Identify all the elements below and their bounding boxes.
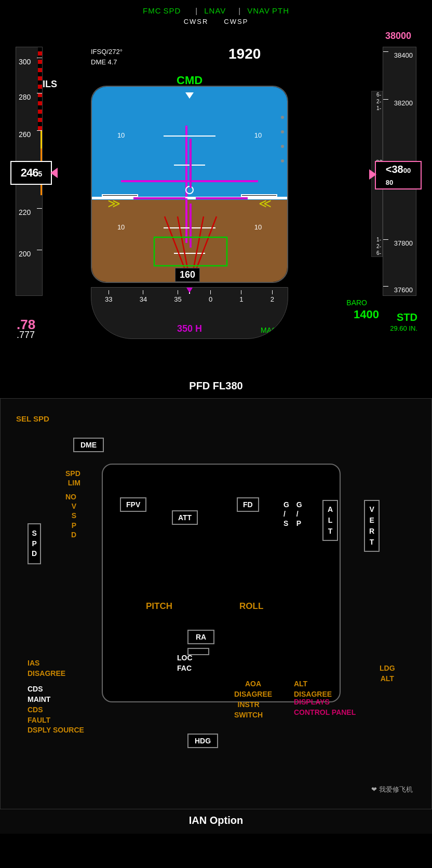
- speed-tick-260: [37, 130, 42, 131]
- alt-button[interactable]: A L T: [322, 500, 338, 541]
- center-airspeed: 1920: [228, 46, 261, 62]
- sep1: |: [195, 6, 198, 15]
- sep2: |: [238, 6, 241, 15]
- baro-label: BARO: [346, 299, 367, 307]
- loc-fac-label: LOC FAC: [177, 653, 193, 673]
- current-speed-value: 2465: [21, 166, 42, 180]
- runway-svg: [92, 87, 287, 282]
- fd-button[interactable]: FD: [237, 497, 259, 512]
- cws-bar: CWSR CWSP: [0, 18, 432, 25]
- alt-tick-4: [383, 286, 388, 287]
- current-speed-box: 2465: [10, 161, 52, 185]
- heading-current: 350 H: [177, 323, 202, 334]
- speed-200: 200: [19, 250, 31, 258]
- pth-mode: PTH: [272, 6, 289, 15]
- hdg-35: 35: [174, 290, 181, 303]
- hdg-34: 34: [140, 290, 147, 303]
- ifs-info: IFSQ/272° DME 4.7: [91, 47, 123, 67]
- ian-content: SEL SPD DME SPD LIM NO V S P D S P D FPV…: [11, 409, 421, 798]
- watermark: ❤ 我爱修飞机: [371, 785, 413, 794]
- alt-38200: 38200: [394, 99, 413, 107]
- dme-value: DME 4.7: [91, 57, 123, 67]
- speed-tick-200: [37, 250, 42, 250]
- ian-title: IAN Option: [0, 809, 432, 834]
- spd-lim-label: SPD LIM: [65, 469, 80, 487]
- heading-mag: MAG: [261, 326, 277, 334]
- alt-disagree-label: ALT DISAGREE: [294, 679, 332, 699]
- pitch-readout: 160: [175, 268, 200, 282]
- speed-tick-300: [37, 58, 42, 58]
- sel-spd-label: SEL SPD: [16, 414, 49, 423]
- cwsr-label: CWSR: [184, 18, 209, 25]
- hdg-0: 0: [209, 290, 212, 303]
- cds-fault-label: CDS FAULT: [28, 705, 50, 725]
- spd-box-left[interactable]: S P D: [28, 523, 41, 564]
- spd-mode: SPD: [164, 6, 181, 15]
- cwsp-label: CWSP: [224, 18, 248, 25]
- current-altitude-box: <380080: [375, 161, 422, 189]
- ldg-alt-label: LDG ALT: [380, 663, 395, 684]
- speed-red-overspeed: [38, 47, 42, 130]
- alt-tick-3: [383, 239, 388, 240]
- ias-disagree-label: IAS DISAGREE: [28, 658, 65, 679]
- current-altitude-value: <380080: [386, 164, 411, 187]
- heading-indicator: 33 34 35 0 1 2 350 H: [91, 287, 288, 339]
- aoa-disagree-label: AOA DISAGREE: [234, 679, 272, 699]
- att-button[interactable]: ATT: [172, 510, 198, 525]
- std-value: 29.60 IN.: [390, 324, 417, 332]
- vs-bot-labels: 1- 2- 6-: [372, 236, 382, 256]
- speed-arrow: [50, 168, 58, 178]
- fmc-mode: FMC: [143, 6, 161, 15]
- gs-label: G / S G / P: [284, 500, 302, 528]
- vs-top-labels: 6- 2- 1-: [372, 91, 382, 112]
- speed-280: 280: [19, 93, 31, 101]
- fpv-button[interactable]: FPV: [120, 497, 146, 512]
- alt-tick-1: [383, 51, 388, 52]
- alt-tick-2: [383, 99, 388, 100]
- altitude-selected-display: 38000: [385, 26, 411, 43]
- heading-triangle: [186, 288, 193, 293]
- ils-label: ILS: [43, 79, 57, 90]
- mach2-display: .777: [17, 330, 35, 341]
- instr-switch-label: INSTR SWITCH: [234, 700, 263, 720]
- lnav-mode: LNAV: [204, 6, 226, 15]
- altitude-arrow: [369, 169, 376, 180]
- alt-37600: 37600: [394, 286, 413, 294]
- alt-38400: 38400: [394, 51, 413, 59]
- speed-300: 300: [19, 58, 31, 66]
- ra-button[interactable]: RA: [187, 630, 214, 644]
- roll-label-ian: ROLL: [239, 601, 263, 612]
- speed-yellow-bar: [40, 130, 42, 151]
- no-vspd-label: NO V S P D: [65, 492, 76, 539]
- alt-37800: 37800: [394, 239, 413, 247]
- dme-button[interactable]: DME: [73, 438, 104, 452]
- std-label: STD: [397, 311, 417, 323]
- pitch-label-ian: PITCH: [146, 601, 172, 612]
- displays-control-panel-label: DISPLAYS CONTROL PANEL: [294, 697, 356, 717]
- speed-220: 220: [19, 208, 31, 216]
- hdg-button[interactable]: HDG: [187, 734, 218, 748]
- hdg-2: 2: [271, 290, 274, 303]
- ifs-value: IFSQ/272°: [91, 47, 123, 57]
- ian-display: SEL SPD DME SPD LIM NO V S P D S P D FPV…: [0, 398, 432, 809]
- speed-tick-280: [37, 93, 42, 93]
- speed-260: 260: [19, 130, 31, 139]
- attitude-indicator: 10 10 10 10 ≫ ≪: [91, 86, 288, 283]
- pfd-title: PFD FL380: [0, 374, 432, 398]
- cds-maint-label: CDS MAINT: [28, 684, 50, 704]
- vnav-mode: VNAV: [247, 6, 270, 15]
- vert-button[interactable]: V E R T: [364, 500, 380, 552]
- hdg-1: 1: [239, 290, 243, 303]
- speed-tick-220: [37, 208, 42, 209]
- baro-value: 1400: [354, 308, 379, 321]
- dsply-source-label: DSPLY SOURCE: [28, 726, 84, 734]
- hdg-33: 33: [105, 290, 112, 303]
- pfd-display: FMC SPD | LNAV | VNAV PTH CWSR CWSP IFSQ…: [0, 0, 432, 374]
- mode-annunciator-bar: FMC SPD | LNAV | VNAV PTH: [0, 6, 432, 15]
